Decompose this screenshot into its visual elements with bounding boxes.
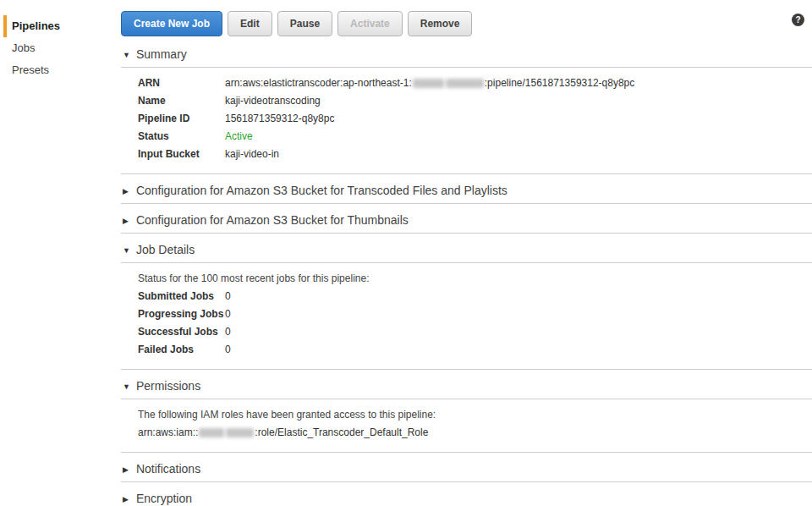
chevron-down-icon: ▼ — [123, 382, 133, 391]
job-row-progressing: Progressing Jobs 0 — [138, 305, 812, 323]
section-title: Configuration for Amazon S3 Bucket for T… — [136, 184, 508, 197]
field-value: 0 — [225, 305, 231, 323]
section-job-details: ▼ Job Details Status for the 100 most re… — [121, 234, 812, 370]
redacted-account-id — [226, 428, 254, 437]
redacted-account-id — [446, 79, 484, 88]
section-notifications-header[interactable]: ▶ Notifications — [121, 453, 812, 481]
field-value: 1561871359312-q8y8pc — [225, 110, 334, 128]
redacted-account-id — [199, 428, 224, 437]
arn-suffix: :pipeline/1561871359312-q8y8pc — [485, 77, 635, 89]
summary-row-status: Status Active — [138, 128, 812, 146]
field-label: Status — [138, 128, 225, 146]
field-label: Progressing Jobs — [138, 305, 225, 323]
permissions-intro: The following IAM roles have been grante… — [138, 406, 812, 424]
section-title: Configuration for Amazon S3 Bucket for T… — [136, 213, 409, 227]
chevron-right-icon: ▶ — [123, 187, 133, 195]
field-value: kaji-videotranscoding — [225, 92, 321, 110]
section-summary: ▼ Summary ARN arn:aws:elastictranscoder:… — [121, 38, 812, 174]
section-permissions: ▼ Permissions The following IAM roles ha… — [121, 370, 812, 453]
field-label: Name — [138, 92, 225, 110]
field-value: 0 — [225, 288, 231, 305]
activate-button[interactable]: Activate — [337, 11, 403, 36]
redacted-account-id — [413, 79, 444, 88]
permissions-body: The following IAM roles have been grante… — [121, 399, 812, 452]
job-row-submitted: Submitted Jobs 0 — [138, 288, 812, 305]
sidebar-item-pipelines[interactable]: Pipelines — [3, 15, 121, 37]
chevron-down-icon: ▼ — [123, 51, 133, 59]
summary-row-input-bucket: Input Bucket kaji-video-in — [138, 146, 812, 163]
field-value: arn:aws:elastictranscoder:ap-northeast-1… — [225, 74, 634, 92]
chevron-down-icon: ▼ — [123, 246, 133, 255]
chevron-right-icon: ▶ — [123, 217, 133, 225]
field-value: kaji-video-in — [225, 146, 279, 163]
pipeline-detail-panel: Create New Job Edit Pause Activate Remov… — [121, 0, 812, 506]
field-label: Submitted Jobs — [138, 288, 225, 305]
iam-arn-prefix: arn:aws:iam:: — [138, 426, 198, 438]
status-badge: Active — [225, 128, 253, 146]
remove-button[interactable]: Remove — [408, 11, 473, 36]
section-job-details-header[interactable]: ▼ Job Details — [121, 234, 812, 263]
section-summary-header[interactable]: ▼ Summary — [121, 38, 812, 68]
section-config-transcoded-header[interactable]: ▶ Configuration for Amazon S3 Bucket for… — [121, 174, 812, 203]
section-notifications: ▶ Notifications — [121, 453, 812, 482]
job-row-successful: Successful Jobs 0 — [138, 323, 812, 341]
section-config-thumbnails: ▶ Configuration for Amazon S3 Bucket for… — [121, 204, 812, 234]
iam-role-arn: arn:aws:iam:::role/Elastic_Transcoder_De… — [138, 424, 812, 442]
section-config-thumbnails-header[interactable]: ▶ Configuration for Amazon S3 Bucket for… — [121, 204, 812, 233]
section-title: Summary — [136, 47, 187, 61]
job-details-body: Status for the 100 most recent jobs for … — [121, 263, 812, 369]
create-new-job-button[interactable]: Create New Job — [121, 11, 222, 36]
summary-row-name: Name kaji-videotranscoding — [138, 92, 812, 110]
field-label: Pipeline ID — [138, 110, 225, 128]
pause-button[interactable]: Pause — [277, 11, 332, 36]
arn-prefix: arn:aws:elastictranscoder:ap-northeast-1… — [225, 77, 412, 89]
section-encryption-header[interactable]: ▶ Encryption — [121, 482, 812, 506]
chevron-right-icon: ▶ — [123, 465, 133, 474]
summary-body: ARN arn:aws:elastictranscoder:ap-northea… — [121, 68, 812, 173]
section-title: Permissions — [136, 379, 200, 393]
job-row-failed: Failed Jobs 0 — [138, 341, 812, 359]
summary-row-arn: ARN arn:aws:elastictranscoder:ap-northea… — [138, 74, 812, 92]
section-title: Encryption — [136, 492, 192, 505]
sidebar-item-presets[interactable]: Presets — [3, 59, 121, 81]
field-value: 0 — [225, 323, 231, 341]
field-label: Failed Jobs — [138, 341, 225, 359]
edit-button[interactable]: Edit — [228, 11, 272, 36]
toolbar: Create New Job Edit Pause Activate Remov… — [121, 0, 812, 38]
section-title: Job Details — [136, 243, 195, 256]
field-label: ARN — [138, 74, 225, 92]
summary-row-pipeline-id: Pipeline ID 1561871359312-q8y8pc — [138, 110, 812, 128]
sidebar-item-jobs[interactable]: Jobs — [3, 37, 121, 59]
section-title: Notifications — [136, 462, 200, 476]
section-permissions-header[interactable]: ▼ Permissions — [121, 370, 812, 399]
iam-arn-suffix: :role/Elastic_Transcoder_Default_Role — [255, 426, 428, 438]
field-label: Input Bucket — [138, 146, 225, 163]
chevron-right-icon: ▶ — [123, 495, 133, 503]
section-encryption: ▶ Encryption — [121, 482, 812, 506]
field-label: Successful Jobs — [138, 323, 225, 341]
field-value: 0 — [225, 341, 231, 359]
job-details-intro: Status for the 100 most recent jobs for … — [138, 270, 812, 288]
section-config-transcoded: ▶ Configuration for Amazon S3 Bucket for… — [121, 174, 812, 204]
sidebar: Pipelines Jobs Presets — [0, 0, 121, 81]
